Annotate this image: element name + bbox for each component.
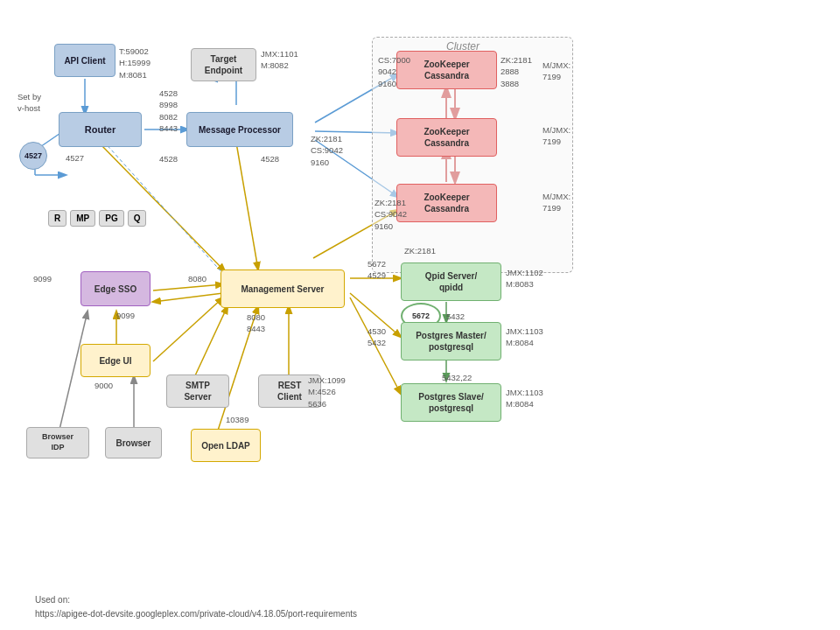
router-ports: 4528899880828443	[159, 88, 178, 134]
postgres-slave-node: Postgres Slave/postgresql	[401, 383, 501, 422]
component-labels: R MP PG Q	[48, 210, 146, 227]
zk-cassandra-1-node: ZooKeeperCassandra	[396, 51, 497, 89]
mp-left-ports: 4528	[159, 153, 178, 164]
qpid-node: Qpid Server/qpidd	[401, 262, 501, 301]
browser2-node: Browser	[105, 427, 162, 458]
ms-jmx-ports: JMX:1099M:45265636	[308, 374, 346, 410]
zk3-mjmx: M/JMX:7199	[542, 191, 570, 214]
edge-sso-port-left: 9099	[33, 273, 52, 284]
footer-line1: Used on:	[35, 593, 357, 607]
pg-slave-top-port: 5432,22	[442, 372, 472, 383]
r-box: R	[48, 210, 66, 227]
footer-line2: https://apigee-dot-devsite.googleplex.co…	[35, 607, 357, 621]
message-processor-node: Message Processor	[186, 112, 293, 147]
svg-line-21	[153, 293, 223, 302]
svg-line-22	[153, 298, 223, 361]
pg-master-left-ports: 45305432	[368, 326, 386, 349]
svg-line-20	[153, 284, 223, 290]
zk-cs-ports-mp: ZK:2181CS:90429160	[311, 133, 343, 168]
zk3-ports: ZK:2181CS:90429160	[374, 197, 407, 232]
zk-cassandra-2-node: ZooKeeperCassandra	[396, 118, 497, 157]
zk1-zk-ports: ZK:218128883888	[500, 54, 532, 89]
target-jmx: JMX:1101M:8082	[261, 48, 298, 72]
svg-line-31	[236, 143, 258, 270]
open-ldap-port: 10389	[226, 414, 248, 425]
browser-idp-node: BrowserIDP	[26, 427, 89, 458]
api-client-node: API Client	[54, 44, 116, 77]
target-endpoint-node: TargetEndpoint	[191, 48, 256, 81]
router-node: Router	[59, 112, 142, 147]
api-client-ports: T:59002 H:15999 M:8081	[119, 46, 150, 80]
port-5672-ms: 5672	[368, 258, 386, 270]
open-ldap-node: Open LDAP	[191, 429, 261, 462]
mp-box: MP	[70, 210, 95, 227]
footer: Used on: https://apigee-dot-devsite.goog…	[35, 593, 357, 621]
q-box: Q	[128, 210, 147, 227]
pg-master-right-ports: JMX:1103M:8084	[506, 326, 543, 349]
qpid-right-ports: JMX:1102M:8083	[506, 267, 543, 290]
svg-line-24	[191, 306, 228, 385]
pg-box: PG	[99, 210, 123, 227]
management-server-node: Management Server	[220, 270, 345, 308]
ms-left-port: 8080	[188, 273, 206, 284]
edge-ui-node: Edge UI	[80, 344, 150, 377]
port-4527-label: 4527	[66, 152, 84, 164]
pg-master-top-port: 5432	[446, 311, 465, 322]
smtp-server-node: SMTPServer	[166, 374, 229, 408]
zk-cassandra-3-node: ZooKeeperCassandra	[396, 184, 497, 222]
pg-slave-right-ports: JMX:1103M:8084	[506, 387, 543, 410]
edge-sso-port-bottom: 9099	[116, 310, 135, 321]
mp-right-ports: 4528	[261, 153, 279, 164]
port-circle-4527: 4527	[19, 142, 47, 170]
zk1-mjmx: M/JMX:7199	[542, 60, 570, 83]
zk2-mjmx: M/JMX:7199	[542, 124, 570, 148]
postgres-master-node: Postgres Master/postgresql	[401, 322, 501, 360]
zk1-cs-ports: CS:700090429160	[378, 54, 410, 89]
edge-ui-port: 9000	[94, 380, 113, 391]
zk2181-label: ZK:2181	[404, 245, 436, 256]
ms-bottom-ports: 80808443	[247, 312, 265, 335]
architecture-diagram: Cluster API Client T:59002 H:15999 M:808…	[0, 0, 840, 595]
qpid-left-port: 4529	[368, 270, 386, 281]
set-by-vhost: Set byv-host	[18, 91, 41, 115]
edge-sso-node: Edge SSO	[80, 271, 150, 306]
